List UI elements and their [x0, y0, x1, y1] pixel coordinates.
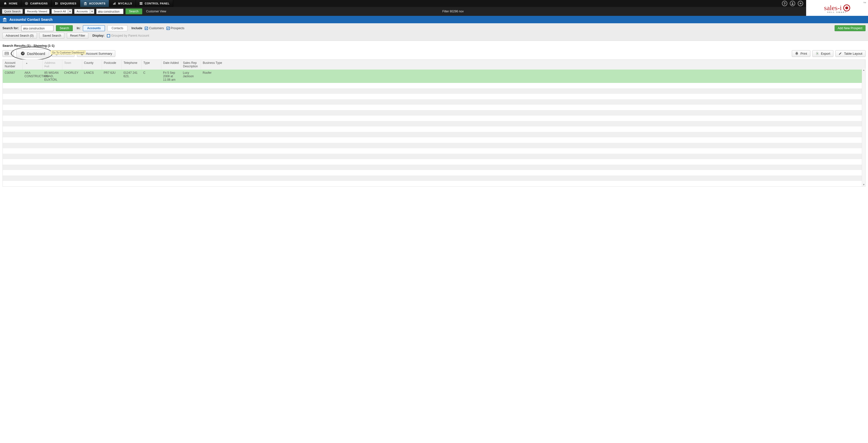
- svg-rect-16: [7, 53, 8, 53]
- cell-sales-rep: Lucy Jackson: [181, 69, 201, 83]
- table-layout-button[interactable]: Table Layout: [835, 50, 866, 57]
- result-count-label: Search Results (1) : Showing (1-1): [2, 44, 866, 48]
- customer-view-link[interactable]: Customer View: [146, 10, 166, 13]
- nav-label: ACCOUNTS: [89, 2, 105, 5]
- col-business-type[interactable]: Business Type: [201, 60, 865, 69]
- cell-business-type: Roofer: [201, 69, 865, 83]
- quick-search-submit[interactable]: Search: [125, 8, 142, 14]
- bank-icon: [2, 17, 7, 22]
- svg-rect-9: [140, 2, 141, 3]
- col-sales-rep[interactable]: Sales Rep Description: [181, 60, 201, 69]
- nav-label: HOME: [9, 2, 18, 5]
- page-title-bar: Accounts/ Contact Search: [0, 16, 868, 23]
- brand-target-icon: [843, 4, 850, 11]
- col-name[interactable]: ▲ Name: [23, 60, 42, 69]
- add-new-prospect-button[interactable]: Add New Prospect: [835, 25, 866, 31]
- cell-town: CHORLEY: [62, 69, 82, 83]
- search-for-label: Search for:: [2, 27, 19, 30]
- svg-point-13: [792, 2, 793, 3]
- svg-point-15: [5, 53, 6, 54]
- main-nav: HOME CAMPAIGNS ENQUIRIES: [0, 0, 806, 7]
- user-button[interactable]: [790, 1, 795, 6]
- page-title: Accounts/ Contact Search: [9, 18, 53, 22]
- svg-rect-5: [57, 4, 58, 4]
- gauge-icon: [21, 51, 25, 56]
- cell-account: C00567: [3, 69, 23, 83]
- cell-type: C: [141, 69, 161, 83]
- svg-rect-12: [141, 4, 143, 5]
- nav-label: CONTROL PANEL: [145, 2, 169, 5]
- svg-point-1: [26, 3, 27, 4]
- scroll-down-icon[interactable]: ▼: [862, 183, 866, 186]
- svg-rect-23: [796, 54, 797, 55]
- col-postcode[interactable]: Postcode: [102, 60, 122, 69]
- cell-county: LANCS: [82, 69, 102, 83]
- active-filter-label: Filter 80296 nov: [442, 10, 464, 13]
- nav-label: CAMPAIGNS: [30, 2, 48, 5]
- advanced-search-button[interactable]: Advanced Search (0): [2, 33, 37, 39]
- search-input[interactable]: aka construction: [21, 25, 54, 31]
- scrollbar[interactable]: ▲ ▼: [862, 68, 865, 186]
- export-button[interactable]: Export: [812, 50, 834, 57]
- grouped-checkbox[interactable]: Grouped by Parent Account: [107, 34, 149, 37]
- col-account-number[interactable]: Account Number: [3, 60, 23, 69]
- results-toolbar: CRM Dashboard Go To Customer Dashboard i…: [2, 50, 866, 57]
- in-contacts-toggle[interactable]: Contacts: [107, 25, 127, 31]
- cell-telephone: 01247 241 623,: [122, 69, 141, 83]
- svg-point-0: [25, 2, 28, 5]
- dashboard-tooltip: Go To Customer Dashboard: [51, 51, 86, 54]
- include-prospects-checkbox[interactable]: Prospects: [166, 27, 185, 30]
- results-table: Account Number ▲ Name Address Full Town …: [2, 59, 866, 186]
- svg-rect-10: [141, 2, 143, 3]
- cell-postcode: PR7 6JU: [102, 69, 122, 83]
- quick-search-input[interactable]: aka construction: [96, 9, 123, 14]
- quick-search-button[interactable]: Quick Search: [2, 9, 23, 14]
- chart-icon: [113, 2, 116, 5]
- table-header-row: Account Number ▲ Name Address Full Town …: [3, 60, 865, 69]
- col-address[interactable]: Address Full: [42, 60, 62, 69]
- col-county[interactable]: County: [82, 60, 102, 69]
- bank-icon: [84, 2, 87, 5]
- svg-point-19: [23, 53, 23, 54]
- nav-mycalls[interactable]: MYCALLS: [109, 0, 136, 7]
- scroll-up-icon[interactable]: ▲: [862, 68, 866, 72]
- include-label: Include: [131, 27, 142, 30]
- grid-icon: [139, 2, 143, 5]
- print-icon: [795, 52, 799, 55]
- crm-button[interactable]: CRM: [2, 50, 14, 57]
- entity-select[interactable]: Accounts ▾: [74, 9, 94, 14]
- svg-rect-2: [55, 2, 56, 3]
- svg-rect-6: [113, 4, 114, 5]
- search-scope-select[interactable]: Search All ▾: [52, 9, 72, 14]
- in-label: In:: [77, 27, 81, 30]
- brand-logo: sales-i SELL SMART TM: [806, 0, 868, 16]
- col-town[interactable]: Town: [62, 60, 82, 69]
- pencil-icon: [839, 52, 842, 55]
- forward-button[interactable]: [798, 1, 803, 6]
- include-customers-checkbox[interactable]: Customers: [145, 27, 164, 30]
- recently-viewed-button[interactable]: Recently Viewed: [25, 9, 50, 14]
- in-accounts-toggle[interactable]: Accounts: [83, 25, 105, 31]
- help-button[interactable]: ?: [782, 1, 787, 6]
- cell-date-added: Fri 5 Sep 2008 at 11:06 am: [161, 69, 181, 83]
- nav-control-panel[interactable]: CONTROL PANEL: [136, 0, 173, 7]
- search-button[interactable]: Search: [56, 25, 73, 31]
- nav-enquiries[interactable]: ENQUIRIES: [52, 0, 80, 7]
- print-button[interactable]: Print: [792, 50, 810, 57]
- col-telephone[interactable]: Telephone: [122, 60, 141, 69]
- nav-accounts[interactable]: ACCOUNTS: [80, 0, 109, 7]
- display-label: Display:: [92, 34, 104, 37]
- reset-filter-button[interactable]: Reset Filter: [67, 33, 88, 39]
- cell-name: AKA CONSTRUCTION: [23, 69, 42, 83]
- dashboard-button[interactable]: Dashboard: [16, 50, 49, 57]
- nav-home[interactable]: HOME: [0, 0, 21, 7]
- target-icon: [25, 2, 28, 5]
- saved-search-button[interactable]: Saved Search: [39, 33, 64, 39]
- empty-rows: [3, 83, 865, 186]
- search-panel: Search for: aka construction Search In: …: [0, 23, 868, 41]
- col-type[interactable]: Type: [141, 60, 161, 69]
- id-card-icon: [5, 52, 9, 55]
- col-date-added[interactable]: Date Added: [161, 60, 181, 69]
- nav-campaigns[interactable]: CAMPAIGNS: [21, 0, 52, 7]
- table-row[interactable]: C00567 AKA CONSTRUCTION 85 WIGAN ROAD, E…: [3, 69, 865, 83]
